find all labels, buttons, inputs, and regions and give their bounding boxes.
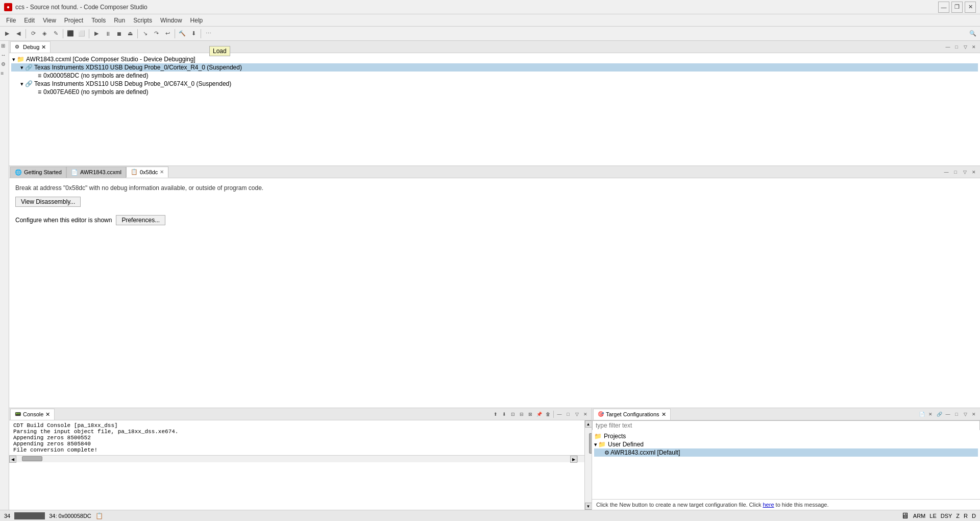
target-view-menu-btn[interactable]: ▽ (961, 410, 969, 418)
toolbar-btn-step-over[interactable]: ↷ (151, 29, 161, 39)
target-maximize-btn[interactable]: □ (952, 410, 961, 418)
console-tab-close[interactable]: ✕ (45, 411, 50, 418)
toolbar-btn-debug-stop[interactable]: ⏹ (114, 29, 124, 39)
debug-maximize-btn[interactable]: □ (952, 43, 961, 51)
toolbar-btn-6[interactable]: ⬛ (65, 29, 76, 39)
vscroll-thumb[interactable] (589, 433, 592, 454)
hscroll-left-arrow[interactable]: ◀ (9, 456, 16, 463)
vscroll-down-arrow[interactable]: ▼ (585, 503, 592, 510)
toolbar-btn-more[interactable]: ⋯ (203, 29, 213, 39)
debug-view-menu-btn[interactable]: ▽ (961, 43, 969, 51)
tab-0x58dc[interactable]: 📋 0x58dc ✕ (126, 167, 168, 178)
console-minimize-btn[interactable]: — (555, 410, 564, 418)
toolbar-btn-build[interactable]: 🔨 (177, 29, 187, 39)
editor-view-menu-btn[interactable]: ▽ (961, 168, 969, 176)
tree-item-c674x[interactable]: ▾ 🔗 Texas Instruments XDS110 USB Debug P… (11, 80, 978, 88)
toolbar-btn-2[interactable]: ◀ (13, 29, 23, 39)
toolbar-btn-debug-suspend[interactable]: ⏸ (103, 29, 113, 39)
tree-item-cortex-addr[interactable]: ≡ 0x000058DC (no symbols are defined) (11, 72, 978, 80)
target-tree-awr1843[interactable]: ⚙ AWR1843.ccxml [Default] (594, 448, 978, 457)
console-close-btn[interactable]: ✕ (581, 410, 590, 418)
window-controls[interactable]: — ❐ ✕ (938, 2, 976, 13)
target-action-link[interactable]: 🔗 (935, 410, 943, 418)
side-icon-4[interactable]: ≡ (1, 70, 8, 78)
editor-tab-bar: 🌐 Getting Started 📄 AWR1843.ccxml 📋 0x58… (9, 166, 980, 178)
editor-close-btn[interactable]: ✕ (970, 168, 978, 176)
console-pin-btn[interactable]: 📌 (535, 410, 543, 418)
menu-view[interactable]: View (39, 16, 60, 25)
debug-close-btn[interactable]: ✕ (970, 43, 978, 51)
target-action-new[interactable]: 📄 (918, 410, 926, 418)
target-action-delete[interactable]: ✕ (926, 410, 935, 418)
debug-tab-icon: ⚙ (15, 44, 21, 50)
menu-run[interactable]: Run (110, 16, 129, 25)
menu-tools[interactable]: Tools (87, 16, 110, 25)
target-close-btn[interactable]: ✕ (970, 410, 978, 418)
view-disassembly-button[interactable]: View Disassembly... (15, 197, 81, 207)
toolbar-btn-debug-resume[interactable]: ▶ (91, 29, 102, 39)
tab-getting-started[interactable]: 🌐 Getting Started (10, 167, 66, 178)
tree-cortex-arrow[interactable]: ▾ (20, 64, 23, 71)
target-tab[interactable]: 🎯 Target Configurations ✕ (593, 409, 671, 420)
console-tab[interactable]: 📟 Console ✕ (10, 409, 55, 420)
target-tab-label: Target Configurations (606, 411, 659, 417)
editor-maximize-btn[interactable]: □ (951, 168, 960, 176)
toolbar-btn-5[interactable]: ✎ (51, 29, 61, 39)
close-button[interactable]: ✕ (965, 2, 976, 13)
hscroll-right-arrow[interactable]: ▶ (570, 456, 577, 463)
tree-c674x-arrow[interactable]: ▾ (20, 81, 23, 87)
toolbar-btn-step-into[interactable]: ↘ (140, 29, 150, 39)
target-tree-projects[interactable]: 📁 Projects (594, 432, 978, 440)
target-tab-close[interactable]: ✕ (662, 411, 666, 418)
tree-item-c674x-addr[interactable]: ≡ 0x007EA6E0 (no symbols are defined) (11, 88, 978, 96)
tree-cortex-addr-label: 0x000058DC (no symbols are defined) (43, 72, 148, 79)
toolbar-btn-3[interactable]: ⟳ (28, 29, 38, 39)
menu-window[interactable]: Window (156, 16, 186, 25)
console-maximize-btn[interactable]: □ (564, 410, 572, 418)
target-filter-input[interactable] (592, 420, 980, 430)
toolbar-btn-1[interactable]: ▶ (2, 29, 12, 39)
editor-minimize-btn[interactable]: — (942, 168, 950, 176)
hscroll-thumb[interactable] (22, 456, 42, 461)
side-icon-1[interactable]: ⊞ (1, 43, 8, 50)
maximize-button[interactable]: ❐ (951, 2, 963, 13)
tree-item-cortex[interactable]: ▾ 🔗 Texas Instruments XDS110 USB Debug P… (11, 63, 978, 72)
console-action-5[interactable]: ⊠ (526, 410, 534, 418)
console-action-3[interactable]: ⊡ (509, 410, 517, 418)
console-clear-btn[interactable]: 🗑 (544, 410, 552, 418)
tree-root[interactable]: ▾ 📁 AWR1843.ccxml [Code Composer Studio … (11, 55, 978, 63)
toolbar-btn-step-return[interactable]: ↩ (162, 29, 173, 39)
console-action-2[interactable]: ⬇ (500, 410, 508, 418)
status-le: LE (929, 513, 936, 519)
hscroll-track[interactable] (16, 456, 570, 462)
tree-root-arrow[interactable]: ▾ (12, 56, 15, 63)
console-view-menu-btn[interactable]: ▽ (573, 410, 581, 418)
toolbar-btn-debug-disconnect[interactable]: ⏏ (125, 29, 135, 39)
debug-tab[interactable]: ⚙ Debug ✕ (10, 41, 51, 53)
tab-awr1843[interactable]: 📄 AWR1843.ccxml (66, 167, 126, 178)
toolbar-btn-4[interactable]: ◈ (39, 29, 50, 39)
console-action-4[interactable]: ⊟ (518, 410, 526, 418)
menu-edit[interactable]: Edit (20, 16, 39, 25)
menu-project[interactable]: Project (60, 16, 87, 25)
console-action-1[interactable]: ⬆ (492, 410, 500, 418)
menu-file[interactable]: File (2, 16, 20, 25)
hex-tab-close[interactable]: ✕ (160, 169, 164, 175)
side-icon-3[interactable]: ⚙ (1, 61, 8, 68)
userdefined-arrow[interactable]: ▾ (594, 441, 597, 448)
target-minimize-btn[interactable]: — (944, 410, 952, 418)
toolbar-btn-7[interactable]: ⬜ (77, 29, 87, 39)
menu-scripts[interactable]: Scripts (129, 16, 156, 25)
preferences-button[interactable]: Preferences... (116, 215, 165, 225)
target-tree-userdefined[interactable]: ▾ 📁 User Defined (594, 440, 978, 448)
search-icon[interactable]: 🔍 (968, 29, 978, 39)
menu-help[interactable]: Help (186, 16, 207, 25)
minimize-button[interactable]: — (938, 2, 949, 13)
toolbar-btn-load[interactable]: ⬇ (188, 29, 199, 39)
debug-tab-close[interactable]: ✕ (41, 44, 46, 51)
target-footer-link[interactable]: here (763, 502, 774, 508)
side-icon-2[interactable]: ↔ (1, 52, 8, 59)
debug-minimize-btn[interactable]: — (944, 43, 952, 51)
vscroll-up-arrow[interactable]: ▲ (585, 420, 592, 428)
awr1843-tab-label: AWR1843.ccxml (80, 169, 121, 175)
